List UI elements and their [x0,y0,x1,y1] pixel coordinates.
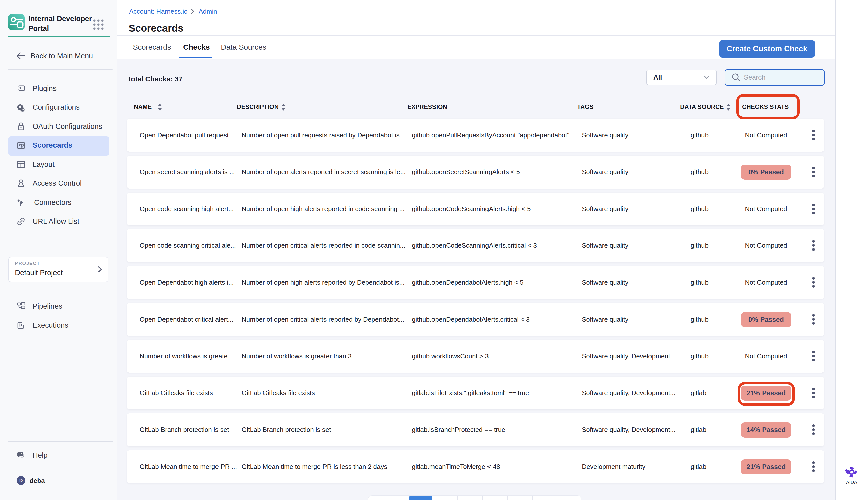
svg-text:?: ? [20,452,22,456]
